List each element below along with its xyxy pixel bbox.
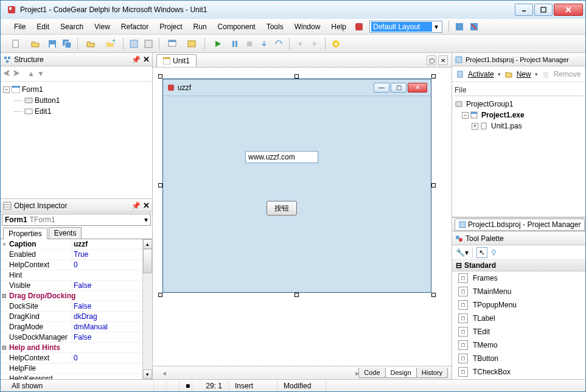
open-project-button[interactable] <box>82 37 100 51</box>
property-row[interactable]: DragKinddkDrag <box>1 312 152 322</box>
tab-events[interactable]: Events <box>49 227 82 239</box>
tab-unit1[interactable]: Unit1 <box>156 54 197 67</box>
property-row[interactable]: EnabledTrue <box>1 250 152 260</box>
property-value[interactable]: True <box>72 250 152 259</box>
scrollbar[interactable]: ▴ ▾ <box>142 239 152 379</box>
property-row[interactable]: VisibleFalse <box>1 281 152 291</box>
collapse-icon[interactable]: − <box>3 86 10 93</box>
view-unit-button[interactable] <box>127 37 141 51</box>
macro-stop-icon[interactable]: ■ <box>180 380 192 391</box>
menu-component[interactable]: Component <box>213 21 260 33</box>
category-standard[interactable]: ⊟ Standard <box>452 260 585 271</box>
scroll-right-icon[interactable]: ▸ <box>355 369 359 377</box>
resize-handle[interactable] <box>295 74 299 79</box>
close-panel-icon[interactable]: ✕ <box>143 201 150 210</box>
form-designer[interactable]: uzzf — ▢ ✕ www.uzzf.com 按钮 <box>160 76 434 295</box>
macro-record-icon[interactable] <box>167 380 180 391</box>
from-repo-button[interactable] <box>183 37 201 51</box>
designer-surface[interactable]: uzzf — ▢ ✕ www.uzzf.com 按钮 <box>153 68 452 366</box>
close-editor-icon[interactable]: ✕ <box>438 55 448 65</box>
resize-handle[interactable] <box>431 183 436 187</box>
maximize-editor-icon[interactable]: ▢ <box>427 55 436 65</box>
step-over-button[interactable] <box>272 37 285 51</box>
tab-project-manager[interactable]: Project1.bdsproj - Project Manager <box>455 219 585 231</box>
expand-icon[interactable]: » <box>1 241 8 247</box>
macro-play-icon[interactable] <box>154 380 167 391</box>
menu-search[interactable]: Search <box>55 21 88 33</box>
chevron-down-icon[interactable]: ▾ <box>535 71 538 77</box>
nav-back-icon[interactable]: ⮜ <box>3 69 10 78</box>
menu-view[interactable]: View <box>89 21 115 33</box>
run-button[interactable] <box>209 37 227 51</box>
resize-handle[interactable] <box>158 183 162 187</box>
nav-fwd-icon[interactable]: ⮞ <box>13 69 20 78</box>
menu-run[interactable]: Run <box>189 21 212 33</box>
property-value[interactable]: dmManual <box>72 323 152 331</box>
scroll-thumb[interactable] <box>143 249 152 273</box>
resize-handle[interactable] <box>158 74 162 79</box>
palette-item[interactable]: □TMainMenu <box>452 285 585 298</box>
palette-item[interactable]: □TMemo <box>452 338 585 352</box>
expand-icon[interactable]: ⊟ <box>1 345 8 351</box>
property-category[interactable]: ⊟Drag Drop/Docking <box>1 291 152 301</box>
palette-item[interactable]: □TPopupMenu <box>452 298 585 312</box>
property-row[interactable]: HelpKeyword <box>1 374 152 379</box>
move-up-icon[interactable]: ▲ <box>27 69 35 78</box>
delete-layout-icon[interactable] <box>469 21 480 32</box>
nav-back-button[interactable] <box>293 37 307 51</box>
palette-item[interactable]: □TEdit <box>452 325 585 338</box>
tab-properties[interactable]: Properties <box>3 228 47 239</box>
close-panel-icon[interactable]: ✕ <box>143 55 150 64</box>
button-control[interactable]: 按钮 <box>267 201 297 215</box>
nav-fwd-button[interactable] <box>308 37 321 51</box>
tab-design[interactable]: Design <box>385 368 417 378</box>
palette-item[interactable]: □TLabel <box>452 312 585 325</box>
scroll-up-icon[interactable]: ▴ <box>143 239 152 249</box>
property-value[interactable]: False <box>72 333 152 341</box>
menu-edit[interactable]: Edit <box>32 21 54 33</box>
tab-code[interactable]: Code <box>358 368 385 378</box>
category-dropdown-icon[interactable]: 🔧▾ <box>456 248 469 257</box>
save-all-button[interactable] <box>60 37 74 51</box>
stop-button[interactable] <box>243 37 256 51</box>
open-button[interactable] <box>26 37 44 51</box>
property-value[interactable]: False <box>72 302 152 310</box>
tree-node-form[interactable]: − Form1 <box>3 84 150 95</box>
property-row[interactable]: DockSiteFalse <box>1 301 152 312</box>
menu-refactor[interactable]: Refactor <box>116 21 153 33</box>
resize-handle[interactable] <box>295 293 299 297</box>
tree-node-edit[interactable]: Edit1 <box>3 106 150 117</box>
component-selector[interactable]: Form1 TForm1 ▾ <box>2 214 151 226</box>
titlebar[interactable]: Project1 - CodeGear Delphi for Microsoft… <box>1 1 585 19</box>
minimize-button[interactable] <box>515 4 533 16</box>
trace-into-button[interactable] <box>257 37 271 51</box>
palette-item[interactable]: □TButton <box>452 352 585 365</box>
scroll-down-icon[interactable]: ▾ <box>143 369 152 379</box>
pin-icon[interactable]: 📌 <box>131 201 141 210</box>
layout-combo[interactable]: Default Layout ▾ <box>369 21 442 33</box>
tree-project-group[interactable]: ProjectGroup1 <box>455 99 583 110</box>
property-row[interactable]: HelpFile <box>1 363 152 374</box>
property-row[interactable]: DragModedmManual <box>1 322 152 332</box>
property-value[interactable]: False <box>72 281 152 290</box>
close-button[interactable] <box>554 4 583 16</box>
property-row[interactable]: Hint <box>1 270 152 281</box>
expand-icon[interactable]: + <box>472 123 478 130</box>
maximize-button[interactable] <box>534 4 553 16</box>
tab-history[interactable]: History <box>416 368 448 378</box>
property-row[interactable]: UseDockManagerFalse <box>1 332 152 343</box>
activate-button[interactable]: Activate <box>468 70 494 79</box>
add-file-button[interactable]: + <box>101 37 119 51</box>
designed-form[interactable]: uzzf — ▢ ✕ www.uzzf.com 按钮 <box>162 79 431 293</box>
tree-unit[interactable]: + Unit1.pas <box>455 121 583 131</box>
property-row[interactable]: »Captionuzzf <box>1 239 152 250</box>
pin-icon[interactable]: 📌 <box>131 55 141 64</box>
property-value[interactable]: 0 <box>72 261 152 269</box>
tree-node-button[interactable]: Button1 <box>3 95 150 106</box>
property-category[interactable]: ⊟Help and Hints <box>1 343 152 353</box>
resize-handle[interactable] <box>431 293 436 297</box>
save-layout-icon[interactable] <box>454 21 465 32</box>
save-button[interactable] <box>46 37 59 51</box>
view-form-button[interactable] <box>142 37 155 51</box>
chevron-down-icon[interactable]: ▾ <box>498 71 501 77</box>
